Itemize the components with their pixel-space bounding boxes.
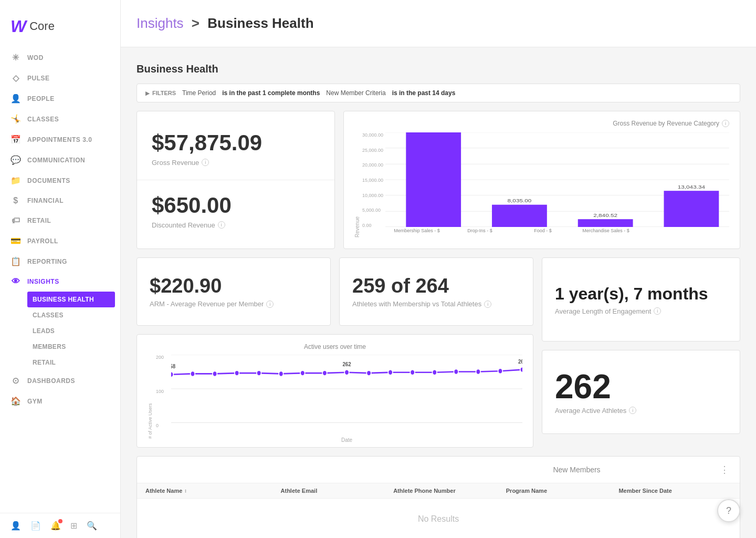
- sidebar-item-classes[interactable]: 🤸 CLASSES: [0, 109, 120, 129]
- svg-point-24: [300, 370, 305, 376]
- col-athlete-email: Athlete Email: [281, 488, 394, 494]
- subnav-leads[interactable]: LEADS: [27, 323, 120, 339]
- sidebar-label-payroll: PAYROLL: [27, 237, 58, 245]
- arm-card: $220.90 ARM - Average Revenue per Member…: [136, 257, 331, 326]
- search-footer-icon[interactable]: 🔍: [87, 521, 97, 531]
- svg-point-34: [520, 367, 522, 372]
- col-athlete-phone: Athlete Phone Number: [393, 488, 506, 494]
- athletes-card: 259 of 264 Athletes with Membership vs T…: [339, 257, 533, 326]
- col-member-since: Member Since Date: [618, 488, 731, 494]
- filters-label[interactable]: ▶ FILTERS: [145, 90, 176, 96]
- sidebar-nav: ✳ WOD ◇ PULSE 👤 PEOPLE 🤸 CLASSES 📅 APPOI…: [0, 47, 120, 513]
- insights-icon: 👁: [10, 277, 21, 286]
- svg-point-33: [498, 368, 503, 374]
- bar-chart-info[interactable]: i: [722, 120, 729, 127]
- bar-chart-y-labels: 30,000.00 25,000.00 20,000.00 15,000.00 …: [362, 132, 383, 237]
- sidebar-logo: W Core: [0, 0, 120, 47]
- communication-icon: 💬: [10, 155, 21, 165]
- filter-time-period-value: is in the past 1 complete months: [222, 89, 320, 97]
- discounted-revenue-card: $650.00 Discounted Revenue i: [137, 180, 334, 249]
- new-members-table: New Members ⋮ Athlete Name ↕ Athlete Ema…: [136, 456, 740, 538]
- sidebar-item-reporting[interactable]: 📋 REPORTING: [0, 251, 120, 272]
- gross-revenue-label: Gross Revenue i: [152, 159, 209, 167]
- filter-new-member-pre: New Member Criteria: [326, 89, 385, 97]
- subnav-retail[interactable]: RETAIL: [27, 355, 120, 370]
- user-footer-icon[interactable]: 👤: [10, 521, 21, 531]
- gross-revenue-card: $57,875.09 Gross Revenue i: [137, 111, 334, 180]
- sidebar-label-pulse: PULSE: [27, 75, 50, 82]
- table-columns: Athlete Name ↕ Athlete Email Athlete Pho…: [137, 483, 740, 499]
- line-chart-svg: 258 262 264: [171, 355, 522, 423]
- sidebar-label-dashboards: DASHBOARDS: [27, 377, 75, 385]
- svg-rect-9: [492, 205, 547, 227]
- sidebar-item-retail[interactable]: 🏷 RETAIL: [0, 211, 120, 231]
- bar-chart-card: Gross Revenue by Revenue Category i Reve…: [343, 111, 740, 249]
- athletes-info[interactable]: i: [484, 301, 491, 308]
- avg-active-value: 262: [555, 370, 611, 404]
- svg-point-23: [279, 371, 284, 376]
- svg-point-18: [171, 372, 173, 377]
- sidebar-label-financial: FINANCIAL: [27, 197, 64, 204]
- gross-revenue-info[interactable]: i: [202, 159, 209, 166]
- grid-footer-icon[interactable]: ⊞: [70, 521, 77, 531]
- sidebar-label-insights: INSIGHTS: [27, 278, 59, 285]
- avg-active-card: 262 Average Active Athletes i: [542, 350, 740, 434]
- people-icon: 👤: [10, 94, 21, 104]
- svg-text:2,840.52: 2,840.52: [593, 212, 617, 218]
- discounted-revenue-info[interactable]: i: [218, 221, 225, 229]
- arm-info[interactable]: i: [266, 301, 274, 308]
- sidebar-item-dashboards[interactable]: ⊙ DASHBOARDS: [0, 370, 120, 391]
- svg-point-32: [476, 369, 481, 374]
- subnav-business-health[interactable]: BUSINESS HEALTH: [27, 292, 115, 307]
- svg-point-22: [257, 370, 261, 376]
- sidebar-item-financial[interactable]: $ FINANCIAL: [0, 191, 120, 211]
- col-athlete-name[interactable]: Athlete Name ↕: [145, 488, 281, 494]
- table-header: New Members ⋮: [137, 457, 740, 483]
- svg-text:262: 262: [342, 360, 351, 367]
- svg-point-28: [388, 370, 393, 375]
- svg-point-21: [235, 370, 239, 376]
- sidebar-item-communication[interactable]: 💬 COMMUNICATION: [0, 150, 120, 170]
- sidebar-item-payroll[interactable]: 💳 PAYROLL: [0, 231, 120, 251]
- line-chart-y-axis: # of Active Users: [148, 355, 153, 439]
- svg-rect-7: [406, 132, 461, 227]
- table-menu-icon[interactable]: ⋮: [720, 464, 729, 475]
- sidebar-footer: 👤 📄 🔔 ⊞ 🔍: [0, 513, 120, 538]
- help-button[interactable]: ?: [717, 499, 740, 522]
- sidebar-item-insights[interactable]: 👁 INSIGHTS: [0, 272, 120, 292]
- avg-length-info[interactable]: i: [654, 307, 661, 315]
- sidebar-label-reporting: REPORTING: [27, 258, 67, 265]
- sidebar-item-people[interactable]: 👤 PEOPLE: [0, 88, 120, 109]
- breadcrumb-separator: >: [192, 15, 200, 31]
- sidebar-label-classes: CLASSES: [27, 116, 59, 123]
- subnav-members[interactable]: MEMBERS: [27, 339, 120, 355]
- avg-length-value: 1 year(s), 7 months: [555, 284, 708, 304]
- notification-footer-icon[interactable]: 🔔: [50, 521, 61, 531]
- svg-point-30: [432, 370, 437, 375]
- gross-revenue-value: $57,875.09: [152, 131, 262, 155]
- pulse-icon: ◇: [10, 73, 21, 83]
- sidebar-label-documents: DOCUMENTS: [27, 177, 70, 184]
- sidebar-item-pulse[interactable]: ◇ PULSE: [0, 68, 120, 88]
- bar-chart-svg: 33,956.23 8,035.00 2,840.52 13,043.34: [385, 132, 729, 227]
- sidebar-item-appointments[interactable]: 📅 APPOINTMENTS 3.0: [0, 129, 120, 150]
- documents-icon: 📁: [10, 175, 21, 185]
- dashboards-icon: ⊙: [10, 376, 21, 386]
- svg-point-20: [213, 371, 217, 376]
- sidebar-label-retail: RETAIL: [27, 217, 51, 224]
- sidebar-item-wod[interactable]: ✳ WOD: [0, 47, 120, 68]
- doc-footer-icon[interactable]: 📄: [30, 521, 41, 531]
- avg-active-info[interactable]: i: [629, 407, 636, 414]
- bar-chart-y-axis: Revenue: [354, 132, 360, 237]
- notification-dot: [58, 519, 62, 523]
- discounted-revenue-value: $650.00: [152, 193, 232, 218]
- line-chart-x-axis-label: Date: [171, 437, 522, 443]
- avg-length-card: 1 year(s), 7 months Average Length of En…: [542, 257, 740, 342]
- svg-text:258: 258: [171, 363, 175, 369]
- sidebar-item-gym[interactable]: 🏠 GYM: [0, 391, 120, 411]
- subnav-classes[interactable]: CLASSES: [27, 307, 120, 323]
- sidebar-item-documents[interactable]: 📁 DOCUMENTS: [0, 170, 120, 191]
- retail-icon: 🏷: [10, 216, 21, 225]
- avg-active-label: Average Active Athletes i: [555, 407, 636, 415]
- sidebar-label-communication: COMMUNICATION: [27, 157, 85, 164]
